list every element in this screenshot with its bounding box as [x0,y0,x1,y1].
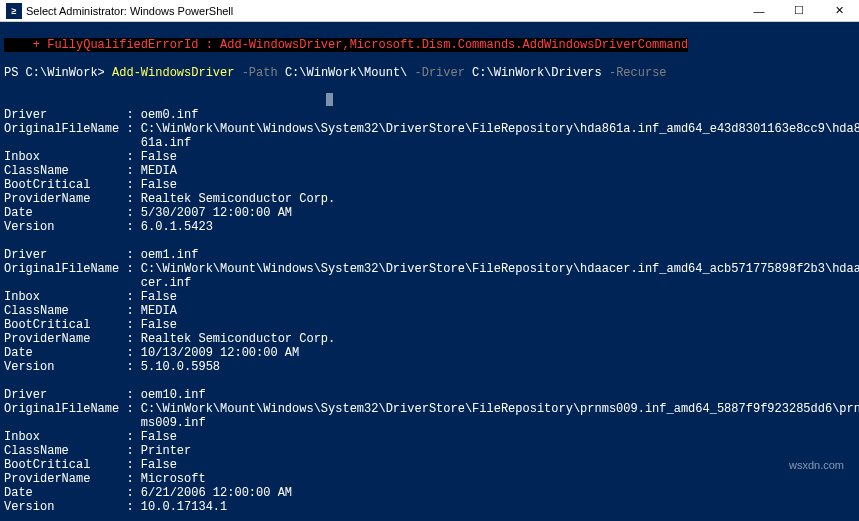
label-driver: Driver : [4,388,141,402]
label-providername: ProviderName : [4,332,141,346]
label-bootcritical: BootCritical : [4,458,141,472]
window-titlebar: ≥ Select Administrator: Windows PowerShe… [0,0,859,22]
close-button[interactable]: ✕ [819,0,859,22]
text-cursor [326,93,333,106]
cmdlet-name: Add-WindowsDriver [112,66,242,80]
label-classname: ClassName : [4,164,141,178]
blank-line [4,234,11,248]
label-driver: Driver : [4,108,141,122]
label-driver: Driver : [4,248,141,262]
val-driver: C:\WinWork\Drivers [472,66,609,80]
originalfilename-value: C:\WinWork\Mount\Windows\System32\Driver… [141,402,859,416]
originalfilename-value: C:\WinWork\Mount\Windows\System32\Driver… [141,122,859,136]
originalfilename-cont: 61a.inf [141,136,191,150]
window-controls: — ☐ ✕ [739,0,859,22]
date-value: 5/30/2007 12:00:00 AM [141,206,292,220]
label-date: Date : [4,206,141,220]
maximize-button[interactable]: ☐ [779,0,819,22]
label-bootcritical: BootCritical : [4,178,141,192]
label-inbox: Inbox : [4,430,141,444]
classname-value: Printer [141,444,191,458]
classname-value: MEDIA [141,164,177,178]
terminal-output[interactable]: + FullyQualifiedErrorId : Add-WindowsDri… [0,22,859,521]
inbox-value: False [141,290,177,304]
inbox-value: False [141,150,177,164]
label-version: Version : [4,220,141,234]
label-classname: ClassName : [4,304,141,318]
label-cont [4,276,141,290]
providername-value: Realtek Semiconductor Corp. [141,332,335,346]
label-originalfilename: OriginalFileName : [4,122,141,136]
window-title: Select Administrator: Windows PowerShell [26,5,739,17]
version-value: 5.10.0.5958 [141,360,220,374]
label-version: Version : [4,500,141,514]
label-originalfilename: OriginalFileName : [4,262,141,276]
blank-line [4,514,11,521]
label-cont [4,416,141,430]
error-line: + FullyQualifiedErrorId : Add-WindowsDri… [4,38,688,52]
label-date: Date : [4,346,141,360]
driver-value: oem1.inf [141,248,199,262]
originalfilename-cont: cer.inf [141,276,191,290]
label-cont [4,136,141,150]
minimize-button[interactable]: — [739,0,779,22]
val-path: C:\WinWork\Mount\ [285,66,415,80]
driver-value: oem10.inf [141,388,206,402]
bootcritical-value: False [141,178,177,192]
originalfilename-value: C:\WinWork\Mount\Windows\System32\Driver… [141,262,859,276]
date-value: 10/13/2009 12:00:00 AM [141,346,299,360]
label-classname: ClassName : [4,444,141,458]
driver-value: oem0.inf [141,108,199,122]
classname-value: MEDIA [141,304,177,318]
param-path: -Path [242,66,285,80]
label-originalfilename: OriginalFileName : [4,402,141,416]
version-value: 6.0.1.5423 [141,220,213,234]
label-version: Version : [4,360,141,374]
param-driver: -Driver [415,66,473,80]
label-date: Date : [4,486,141,500]
originalfilename-cont: ms009.inf [141,416,206,430]
label-inbox: Inbox : [4,150,141,164]
label-inbox: Inbox : [4,290,141,304]
bootcritical-value: False [141,318,177,332]
label-bootcritical: BootCritical : [4,318,141,332]
version-value: 10.0.17134.1 [141,500,227,514]
date-value: 6/21/2006 12:00:00 AM [141,486,292,500]
app-icon: ≥ [6,3,22,19]
ps-prompt: PS C:\WinWork> [4,66,112,80]
blank-line [4,374,11,388]
providername-value: Realtek Semiconductor Corp. [141,192,335,206]
bootcritical-value: False [141,458,177,472]
label-providername: ProviderName : [4,472,141,486]
watermark: wsxdn.com [789,459,844,471]
providername-value: Microsoft [141,472,206,486]
param-recurse: -Recurse [609,66,667,80]
inbox-value: False [141,430,177,444]
label-providername: ProviderName : [4,192,141,206]
